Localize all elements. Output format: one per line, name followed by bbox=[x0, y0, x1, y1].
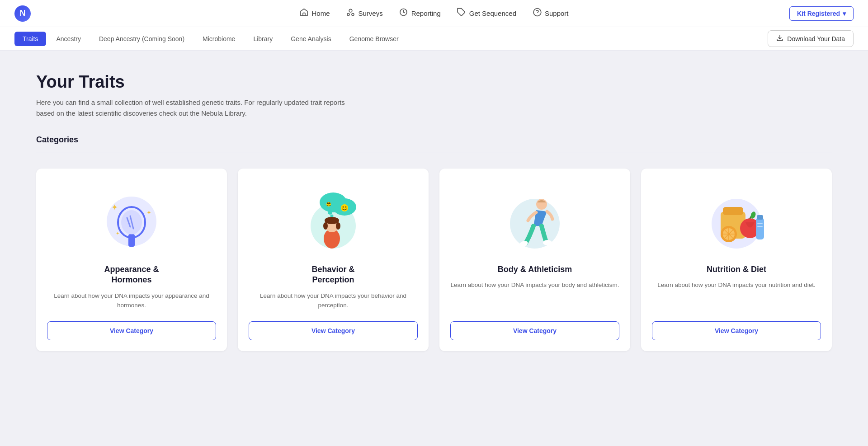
behavior-card[interactable]: Behavior &Perception Learn about how you… bbox=[238, 169, 429, 351]
appearance-card-desc: Learn about how your DNA impacts your ap… bbox=[47, 291, 216, 310]
svg-point-21 bbox=[327, 202, 329, 204]
nutrition-card-title: Nutrition & Diet bbox=[707, 264, 766, 275]
reporting-nav-link[interactable]: Reporting bbox=[399, 8, 441, 19]
svg-text:✦: ✦ bbox=[146, 209, 151, 216]
appearance-view-button[interactable]: View Category bbox=[47, 321, 216, 340]
body-view-button[interactable]: View Category bbox=[450, 321, 619, 340]
behavior-illustration bbox=[297, 183, 369, 255]
behavior-card-desc: Learn about how your DNA impacts your be… bbox=[249, 291, 418, 310]
genome-browser-tab[interactable]: Genome Browser bbox=[341, 32, 407, 46]
svg-text:✦: ✦ bbox=[116, 231, 119, 236]
get-sequenced-nav-link[interactable]: Get Sequenced bbox=[457, 8, 516, 19]
nav-right: Kit Registered ▾ bbox=[789, 6, 854, 21]
cards-grid: ✦ ✦ ✦ Appearance &Hormones Learn about h… bbox=[36, 169, 832, 351]
behavior-card-title: Behavior &Perception bbox=[311, 264, 354, 286]
reporting-label: Reporting bbox=[411, 9, 441, 17]
svg-rect-0 bbox=[303, 13, 305, 16]
logo[interactable]: N bbox=[14, 5, 31, 22]
svg-point-38 bbox=[543, 240, 552, 245]
behavior-view-button[interactable]: View Category bbox=[249, 321, 418, 340]
appearance-card[interactable]: ✦ ✦ ✦ Appearance &Hormones Learn about h… bbox=[36, 169, 227, 351]
download-icon bbox=[776, 34, 783, 43]
nutrition-card-desc: Learn about how your DNA impacts your nu… bbox=[657, 280, 816, 310]
svg-point-1 bbox=[349, 9, 352, 12]
get-sequenced-label: Get Sequenced bbox=[469, 9, 516, 17]
body-card[interactable]: Body & Athleticism Learn about how your … bbox=[439, 169, 630, 351]
svg-rect-50 bbox=[756, 218, 764, 239]
categories-heading: Categories bbox=[36, 135, 832, 145]
svg-point-25 bbox=[343, 207, 344, 208]
svg-point-3 bbox=[352, 14, 354, 16]
deep-ancestry-tab[interactable]: Deep Ancestry (Coming Soon) bbox=[91, 32, 193, 46]
svg-text:✦: ✦ bbox=[111, 203, 118, 212]
nutrition-card[interactable]: Nutrition & Diet Learn about how your DN… bbox=[641, 169, 832, 351]
get-sequenced-icon bbox=[457, 8, 466, 19]
body-illustration bbox=[499, 183, 571, 255]
page-title: Your Traits bbox=[36, 72, 832, 92]
body-card-title: Body & Athleticism bbox=[498, 264, 572, 275]
logo-icon: N bbox=[14, 5, 31, 22]
download-data-button[interactable]: Download Your Data bbox=[768, 30, 854, 47]
support-label: Support bbox=[545, 9, 569, 17]
sub-navigation: Traits Ancestry Deep Ancestry (Coming So… bbox=[0, 27, 868, 51]
microbiome-tab[interactable]: Microbiome bbox=[194, 32, 243, 46]
nutrition-view-button[interactable]: View Category bbox=[652, 321, 821, 340]
surveys-label: Surveys bbox=[358, 9, 382, 17]
surveys-nav-link[interactable]: Surveys bbox=[346, 8, 382, 19]
surveys-icon bbox=[346, 8, 355, 19]
svg-point-24 bbox=[341, 204, 348, 211]
svg-rect-51 bbox=[757, 215, 763, 220]
kit-registered-button[interactable]: Kit Registered ▾ bbox=[789, 6, 854, 21]
kit-registered-label: Kit Registered bbox=[797, 10, 840, 17]
appearance-illustration: ✦ ✦ ✦ bbox=[95, 183, 168, 255]
svg-rect-52 bbox=[757, 223, 763, 224]
body-card-desc: Learn about how your DNA impacts your bo… bbox=[451, 280, 619, 310]
library-tab[interactable]: Library bbox=[245, 32, 281, 46]
traits-tab[interactable]: Traits bbox=[14, 32, 46, 46]
svg-point-34 bbox=[336, 222, 340, 230]
svg-rect-10 bbox=[128, 234, 135, 247]
svg-point-2 bbox=[347, 14, 349, 16]
top-navigation: N Home Surveys Reporting Get Sequenced bbox=[0, 0, 868, 27]
support-nav-link[interactable]: Support bbox=[533, 8, 569, 19]
svg-rect-53 bbox=[757, 226, 763, 227]
support-icon bbox=[533, 8, 542, 19]
svg-point-27 bbox=[328, 210, 332, 215]
home-label: Home bbox=[311, 9, 330, 17]
home-nav-link[interactable]: Home bbox=[299, 8, 330, 19]
chevron-down-icon: ▾ bbox=[843, 10, 846, 17]
main-content: Your Traits Here you can find a small co… bbox=[0, 51, 868, 446]
nutrition-illustration bbox=[700, 183, 773, 255]
svg-point-33 bbox=[323, 222, 328, 230]
divider bbox=[36, 152, 832, 152]
svg-rect-41 bbox=[723, 207, 743, 215]
download-data-label: Download Your Data bbox=[787, 35, 845, 42]
svg-point-26 bbox=[345, 207, 347, 208]
main-nav-links: Home Surveys Reporting Get Sequenced Sup… bbox=[299, 8, 568, 19]
svg-point-22 bbox=[329, 202, 330, 204]
appearance-card-title: Appearance &Hormones bbox=[104, 264, 159, 286]
gene-analysis-tab[interactable]: Gene Analysis bbox=[283, 32, 340, 46]
reporting-icon bbox=[399, 8, 408, 19]
home-icon bbox=[299, 8, 308, 19]
ancestry-tab[interactable]: Ancestry bbox=[48, 32, 89, 46]
page-description: Here you can find a small collection of … bbox=[36, 97, 353, 119]
sub-nav-links: Traits Ancestry Deep Ancestry (Coming So… bbox=[14, 32, 407, 46]
